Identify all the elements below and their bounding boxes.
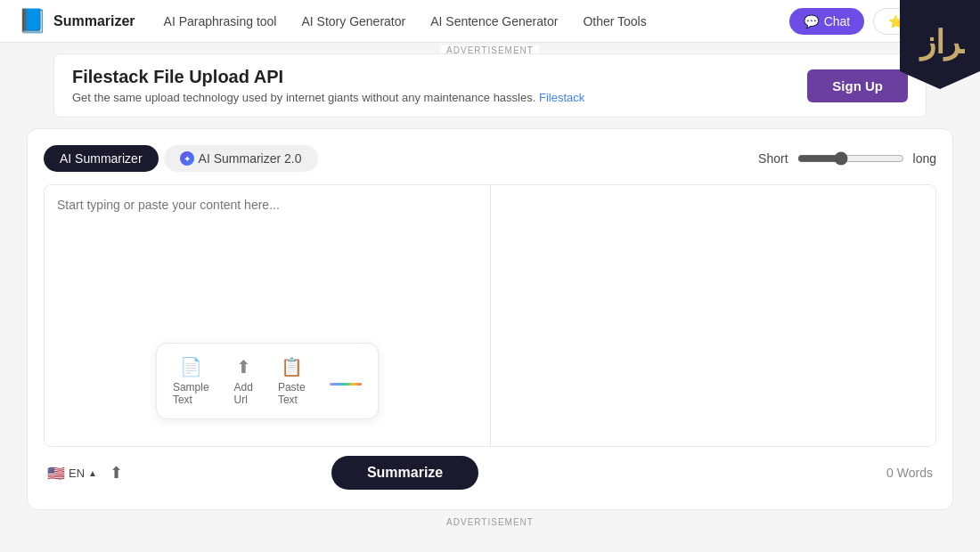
nav-sentence[interactable]: AI Sentence Generator: [430, 14, 558, 28]
sample-text-action[interactable]: 📄 Sample Text: [173, 356, 209, 406]
rainbow-bar: [331, 383, 362, 386]
paste-text-action[interactable]: 📋 Paste Text: [278, 356, 306, 406]
svg-text:ابراز: ابراز: [919, 25, 965, 61]
advertisement-banner: Filestack File Upload API Get the same u…: [53, 53, 927, 118]
length-slider[interactable]: [797, 151, 904, 166]
ad-title: Filestack File Upload API: [72, 67, 584, 87]
summarize-button[interactable]: Summarize: [331, 456, 478, 490]
bottom-bar: 🇺🇸 EN ▲ ⬆ Summarize 0 Words: [44, 447, 936, 493]
flag-icon: 🇺🇸: [47, 465, 65, 482]
logo-text: Summarizer: [53, 13, 135, 29]
tool-card: AI Summarizer ✦ AI Summarizer 2.0 Short …: [27, 128, 953, 510]
logo[interactable]: 📘 Summarizer: [18, 7, 135, 35]
tool-tabs-row: AI Summarizer ✦ AI Summarizer 2.0 Short …: [44, 145, 936, 172]
nav-other[interactable]: Other Tools: [583, 14, 646, 28]
ad-content: Filestack File Upload API Get the same u…: [72, 67, 584, 104]
tool-tabs: AI Summarizer ✦ AI Summarizer 2.0: [44, 145, 318, 172]
lang-label: EN: [69, 467, 85, 480]
ad-description: Get the same upload technology used by i…: [72, 91, 584, 104]
chat-button[interactable]: 💬 Chat: [789, 8, 865, 35]
long-label: long: [913, 151, 936, 166]
action-panel: 📄 Sample Text ⬆ Add Url 📋 Paste Text: [156, 343, 379, 419]
ad-link[interactable]: Filestack: [539, 91, 584, 104]
paste-text-label: Paste Text: [278, 381, 306, 406]
header: 📘 Summarizer AI Paraphrasing tool AI Sto…: [0, 0, 980, 43]
tab-v2-label: AI Summarizer 2.0: [199, 151, 302, 166]
tab-summarizer[interactable]: AI Summarizer: [44, 145, 159, 172]
output-pane: [491, 185, 936, 446]
language-selector[interactable]: 🇺🇸 EN ▲: [47, 465, 97, 482]
logo-icon: 📘: [18, 7, 46, 35]
editor-area: 📄 Sample Text ⬆ Add Url 📋 Paste Text: [44, 184, 936, 447]
main-content: AI Summarizer ✦ AI Summarizer 2.0 Short …: [27, 128, 953, 510]
v2-icon: ✦: [180, 151, 194, 166]
word-count: 0 Words: [886, 466, 933, 480]
ad-signup-button[interactable]: Sign Up: [807, 69, 908, 102]
nav-paraphrasing[interactable]: AI Paraphrasing tool: [164, 14, 277, 28]
lang-chevron-icon: ▲: [88, 468, 97, 478]
add-url-icon: ⬆: [236, 356, 251, 377]
chat-label: Chat: [824, 14, 851, 28]
tab-summarizer-v2[interactable]: ✦ AI Summarizer 2.0: [164, 145, 318, 172]
short-label: Short: [758, 151, 788, 166]
input-pane: 📄 Sample Text ⬆ Add Url 📋 Paste Text: [45, 185, 491, 446]
upload-button[interactable]: ⬆: [110, 463, 123, 483]
main-nav: AI Paraphrasing tool AI Story Generator …: [164, 14, 761, 28]
sample-text-label: Sample Text: [173, 381, 209, 406]
sample-text-icon: 📄: [180, 356, 202, 377]
paste-text-icon: 📋: [281, 356, 303, 377]
chat-icon: 💬: [804, 14, 819, 28]
arabic-watermark: ابراز: [900, 0, 980, 89]
nav-story[interactable]: AI Story Generator: [301, 14, 405, 28]
add-url-label: Add Url: [234, 381, 253, 406]
upload-icon: ⬆: [110, 464, 123, 482]
bottom-advertisement-label: ADVERTISEMENT: [0, 517, 980, 527]
length-control: Short long: [758, 151, 936, 166]
add-url-action[interactable]: ⬆ Add Url: [234, 356, 253, 406]
